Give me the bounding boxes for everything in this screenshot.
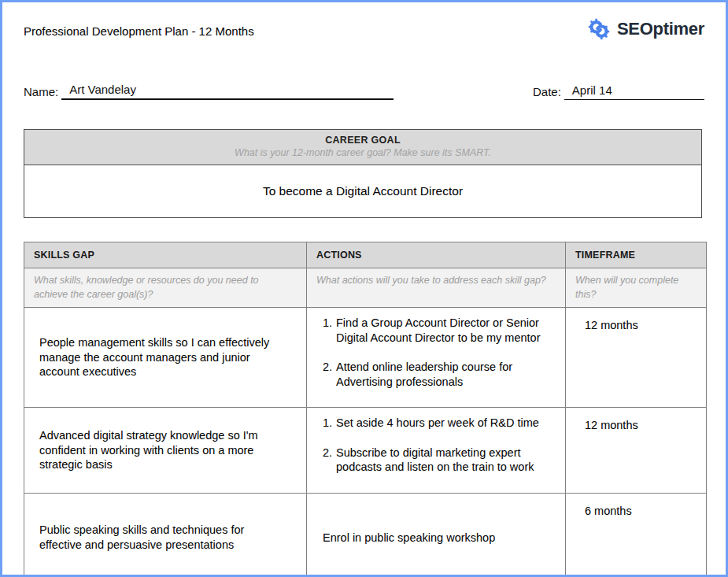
career-goal-value[interactable]: To become a Digital Account Director [24, 165, 701, 217]
fields-row: Name: Art Vandelay Date: April 14 [24, 83, 704, 100]
name-label: Name: [24, 85, 58, 100]
page-title: Professional Development Plan - 12 Month… [24, 15, 254, 38]
date-input[interactable]: April 14 [564, 83, 704, 100]
action-item: 2. Subscribe to digital marketing expert… [323, 446, 554, 475]
col-header-skills-gap: SKILLS GAP [24, 242, 307, 268]
skill-cell[interactable]: People management skills so I can effect… [24, 308, 307, 408]
timeframe-cell[interactable]: 12 months [566, 408, 707, 494]
action-number: 1. [323, 416, 336, 431]
prompt-skills-gap: What skills, knowledge or resources do y… [24, 268, 307, 308]
action-text: Attend online leadership course for Adve… [336, 360, 554, 389]
action-item: 1. Set aside 4 hours per week of R&D tim… [323, 416, 554, 431]
name-input[interactable]: Art Vandelay [61, 83, 394, 100]
actions-cell[interactable]: Enrol in public speaking workshop [307, 493, 566, 577]
plan-table-header-row: SKILLS GAP ACTIONS TIMEFRAME [24, 242, 707, 268]
table-row: Public speaking skills and techniques fo… [24, 493, 707, 577]
seoptimer-logo: SEOptimer [586, 15, 704, 42]
date-label: Date: [533, 85, 561, 100]
skill-cell[interactable]: Public speaking skills and techniques fo… [24, 493, 307, 577]
action-item: Enrol in public speaking workshop [323, 531, 554, 546]
action-text: Set aside 4 hours per week of R&D time [336, 416, 554, 431]
name-field-group: Name: Art Vandelay [24, 83, 394, 100]
career-goal-header-band: CAREER GOAL What is your 12-month career… [24, 130, 701, 165]
plan-table: SKILLS GAP ACTIONS TIMEFRAME What skills… [24, 242, 707, 577]
action-number: 2. [323, 446, 336, 475]
brand-name: SEOptimer [617, 19, 704, 39]
prompt-timeframe: When will you complete this? [566, 268, 707, 308]
action-number: 1. [323, 316, 336, 345]
plan-table-prompt-row: What skills, knowledge or resources do y… [24, 268, 707, 308]
action-item: 2. Attend online leadership course for A… [323, 360, 554, 389]
action-text: Enrol in public speaking workshop [323, 531, 554, 546]
document-page: Professional Development Plan - 12 Month… [0, 0, 728, 577]
date-field-group: Date: April 14 [533, 83, 704, 100]
action-number: 2. [323, 360, 336, 389]
action-text: Find a Group Account Director or Senior … [336, 316, 554, 345]
timeframe-cell[interactable]: 12 months [566, 308, 707, 408]
table-row: Advanced digital strategy knowledge so I… [24, 408, 707, 494]
col-header-actions: ACTIONS [307, 242, 566, 268]
action-text: Subscribe to digital marketing expert po… [336, 446, 554, 475]
actions-cell[interactable]: 1. Set aside 4 hours per week of R&D tim… [307, 408, 566, 494]
actions-cell[interactable]: 1. Find a Group Account Director or Seni… [307, 308, 566, 408]
timeframe-cell[interactable]: 6 months [566, 493, 707, 577]
prompt-actions: What actions will you take to address ea… [307, 268, 566, 308]
table-row: People management skills so I can effect… [24, 308, 707, 408]
skill-cell[interactable]: Advanced digital strategy knowledge so I… [24, 408, 307, 494]
career-goal-prompt: What is your 12-month career goal? Make … [24, 147, 701, 158]
action-item: 1. Find a Group Account Director or Seni… [323, 316, 554, 345]
col-header-timeframe: TIMEFRAME [566, 242, 707, 268]
career-goal-section: CAREER GOAL What is your 12-month career… [24, 129, 702, 218]
document-header: Professional Development Plan - 12 Month… [24, 15, 704, 46]
seoptimer-gear-icon [586, 17, 612, 42]
career-goal-title: CAREER GOAL [24, 135, 701, 146]
